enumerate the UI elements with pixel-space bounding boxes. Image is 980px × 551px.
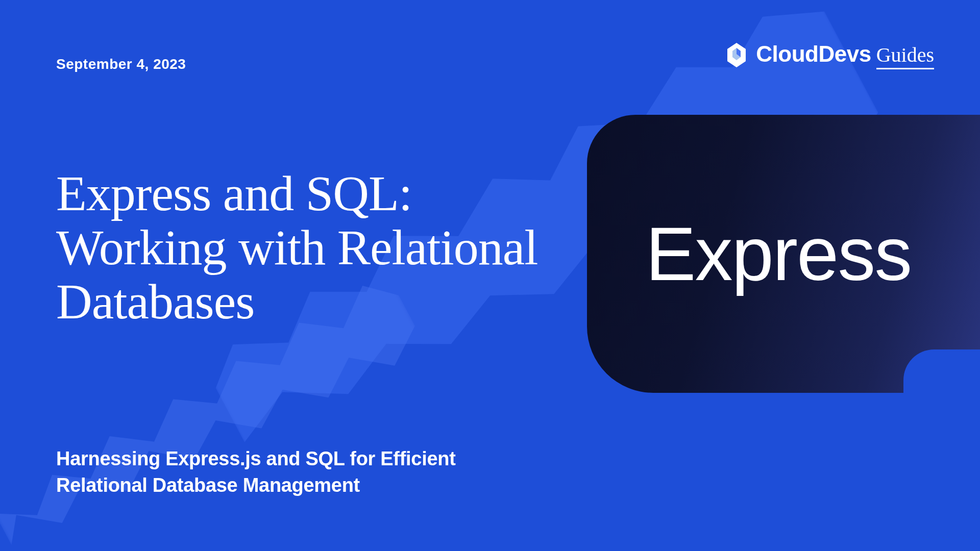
logo-section-name: Guides: [876, 43, 934, 69]
clouddevs-icon: [722, 41, 751, 69]
main-content: September 4, 2023 CloudDevs Guides Expre…: [0, 0, 980, 551]
logo-text-group: CloudDevs Guides: [756, 41, 934, 69]
page-title: Express and SQL: Working with Relational…: [56, 167, 561, 329]
page-subtitle: Harnessing Express.js and SQL for Effici…: [56, 446, 505, 498]
logo-brand-name: CloudDevs: [756, 41, 871, 67]
brand-logo: CloudDevs Guides: [722, 41, 934, 69]
